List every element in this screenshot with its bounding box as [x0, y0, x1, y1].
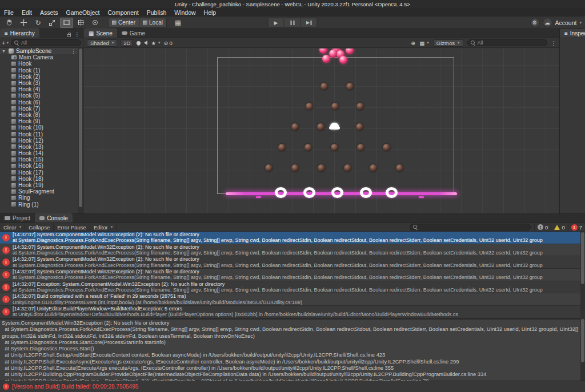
- item-options-icon[interactable]: ⋮: [71, 49, 78, 54]
- hand-tool-button[interactable]: [3, 18, 16, 28]
- hierarchy-item-label: Hook: [18, 60, 31, 67]
- panel-menu-icon[interactable]: ⋮: [551, 40, 557, 46]
- hierarchy-item-hook-3[interactable]: Hook (3): [0, 80, 78, 86]
- transform-tool-button[interactable]: [74, 18, 87, 28]
- menu-item-gameobject[interactable]: GameObject: [62, 8, 104, 17]
- console-entry[interactable]: ![14:32:07] System.ComponentModel.Win32E…: [0, 256, 580, 269]
- menu-item-window[interactable]: Window: [170, 8, 199, 17]
- 2d-toggle[interactable]: 2D: [121, 39, 133, 47]
- scene-search[interactable]: All: [467, 39, 547, 46]
- audio-toggle-icon[interactable]: [144, 41, 147, 45]
- menu-item-component[interactable]: Component: [103, 8, 142, 17]
- hierarchy-item-hook-13[interactable]: Hook (13): [0, 144, 78, 150]
- info-count-toggle[interactable]: ! 0: [534, 223, 551, 231]
- hierarchy-item-hook-18[interactable]: Hook (18): [0, 176, 78, 182]
- tab-game[interactable]: Game: [117, 29, 150, 38]
- menu-item-assets[interactable]: Assets: [36, 8, 62, 17]
- lighting-toggle-icon[interactable]: [137, 41, 141, 45]
- hierarchy-item-hook-6[interactable]: Hook (6): [0, 99, 78, 106]
- hierarchy-item-ring-1[interactable]: Ring (1): [0, 201, 78, 208]
- hierarchy-item-hook-14[interactable]: Hook (14): [0, 150, 78, 156]
- hierarchy-item-hook-15[interactable]: Hook (15): [0, 156, 78, 163]
- scrollbar-thumb[interactable]: [581, 319, 584, 362]
- hierarchy-item-hook-9[interactable]: Hook (9): [0, 118, 78, 124]
- expander-icon[interactable]: ▼: [2, 49, 6, 53]
- camera-settings-dropdown[interactable]: ▦ ▾: [419, 40, 429, 46]
- scene-canvas[interactable]: [84, 49, 559, 213]
- account-menu[interactable]: Account ▾: [555, 19, 582, 26]
- gizmos-dropdown[interactable]: Gizmos ▾: [433, 39, 463, 47]
- menu-item-file[interactable]: File: [0, 8, 18, 17]
- console-entry[interactable]: ![14:32:07] System.ComponentModel.Win32E…: [0, 244, 580, 257]
- tab-scene[interactable]: ▦ Scene: [84, 29, 117, 38]
- hierarchy-item-hook-1[interactable]: Hook (1): [0, 67, 78, 74]
- console-detail-scrollbar[interactable]: [580, 318, 585, 381]
- console-search[interactable]: [410, 224, 531, 231]
- play-button[interactable]: ▶: [268, 18, 285, 27]
- hierarchy-item-hook-16[interactable]: Hook (16): [0, 163, 78, 169]
- hidden-objects-toggle[interactable]: ⊘ 0: [163, 40, 172, 46]
- lock-icon[interactable]: [67, 34, 71, 37]
- panel-menu-icon[interactable]: ⋮: [74, 31, 80, 38]
- scale-tool-button[interactable]: [46, 18, 59, 28]
- console-list-scrollbar[interactable]: [580, 232, 585, 318]
- hierarchy-item-hook[interactable]: Hook: [0, 60, 78, 67]
- custom-tool-button[interactable]: [89, 18, 102, 28]
- grid-snap-button[interactable]: ▦: [171, 18, 185, 28]
- shading-mode-dropdown[interactable]: Shaded ▾: [87, 39, 117, 47]
- scrollbar-thumb[interactable]: [581, 232, 584, 284]
- hierarchy-item-hook-2[interactable]: Hook (2): [0, 74, 78, 80]
- scrollbar-thumb[interactable]: [79, 49, 82, 207]
- hierarchy-item-hook-19[interactable]: Hook (19): [0, 182, 78, 188]
- console-entry[interactable]: ![14:32:07] Exception: System.ComponentM…: [0, 281, 580, 294]
- hierarchy-item-main-camera[interactable]: Main Camera: [0, 54, 78, 60]
- effects-dropdown[interactable]: ★ ▾: [151, 40, 160, 46]
- hierarchy-item-samplescene[interactable]: ▼SampleScene⋮: [0, 48, 78, 54]
- console-entry[interactable]: ![14:32:07] System.ComponentModel.Win32E…: [0, 232, 580, 244]
- move-tool-button[interactable]: [17, 18, 30, 28]
- collapse-button[interactable]: Collapse: [25, 223, 54, 231]
- cloud-button[interactable]: ☁: [543, 18, 552, 27]
- peg: [383, 144, 390, 151]
- services-button[interactable]: ⚙: [530, 18, 540, 27]
- pivot-mode-button[interactable]: Center: [108, 18, 139, 27]
- hierarchy-item-hook-17[interactable]: Hook (17): [0, 169, 78, 176]
- hierarchy-item-hook-4[interactable]: Hook (4): [0, 86, 78, 92]
- tab-hierarchy[interactable]: ≡ Hierarchy: [0, 29, 39, 38]
- hierarchy-item-hook-11[interactable]: Hook (11): [0, 131, 78, 137]
- tab-label: Hierarchy: [10, 30, 35, 37]
- menu-item-help[interactable]: Help: [200, 8, 221, 17]
- warning-count-toggle[interactable]: 0: [551, 223, 567, 231]
- hierarchy-item-hook-12[interactable]: Hook (12): [0, 138, 78, 144]
- cube-icon: [11, 87, 16, 92]
- create-object-button[interactable]: + ▾: [2, 39, 9, 46]
- tab-console[interactable]: Console: [35, 213, 73, 223]
- error-pause-button[interactable]: Error Pause: [54, 223, 90, 231]
- component-tools-icon[interactable]: ⊕: [411, 40, 415, 46]
- rect-tool-button[interactable]: [60, 18, 73, 28]
- step-button[interactable]: ▶: [301, 18, 318, 27]
- hierarchy-item-hook-7[interactable]: Hook (7): [0, 106, 78, 112]
- rotation-mode-button[interactable]: Local: [139, 18, 167, 27]
- error-count-toggle[interactable]: ! 7: [568, 223, 585, 231]
- rotate-tool-button[interactable]: ↻: [31, 18, 45, 28]
- pause-button[interactable]: [285, 18, 301, 27]
- console-entry[interactable]: ![14:32:07] System.ComponentModel.Win32E…: [0, 269, 580, 281]
- tab-inspector[interactable]: ≡ Inspector: [560, 29, 585, 38]
- console-entry[interactable]: ![14:32:07] UnityEditor.BuildPlayerWindo…: [0, 306, 580, 318]
- hierarchy-item-hook-5[interactable]: Hook (5): [0, 92, 78, 99]
- console-entry[interactable]: ![14:32:07] Build completed with a resul…: [0, 293, 580, 306]
- tab-project[interactable]: Project: [0, 213, 35, 223]
- hierarchy-item-hook-8[interactable]: Hook (8): [0, 112, 78, 118]
- hierarchy-item-ring[interactable]: Ring: [0, 195, 78, 201]
- hierarchy-search[interactable]: All: [11, 39, 81, 46]
- error-icon: !: [2, 258, 10, 266]
- editor-dropdown[interactable]: Editor ▾: [90, 223, 117, 231]
- hierarchy-scrollbar[interactable]: [78, 48, 83, 213]
- menu-item-edit[interactable]: Edit: [18, 8, 36, 17]
- clear-button[interactable]: Clear ▾: [0, 223, 25, 231]
- status-bar[interactable]: ! [Version and Build] Build failed! 00:0…: [0, 381, 585, 392]
- menu-item-publish[interactable]: Publish: [143, 8, 170, 17]
- hierarchy-item-hook-10[interactable]: Hook (10): [0, 124, 78, 131]
- hierarchy-item-soulfragment[interactable]: SoulFragment: [0, 188, 78, 195]
